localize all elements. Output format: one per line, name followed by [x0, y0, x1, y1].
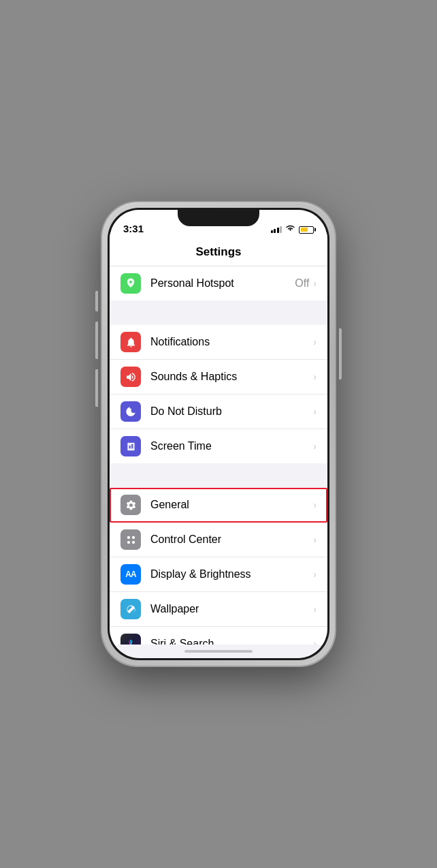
chevron-icon: › [313, 604, 317, 615]
row-screen-time[interactable]: Screen Time › [110, 429, 327, 463]
row-siri-search[interactable]: Siri & Search › [110, 627, 327, 645]
svg-point-6 [131, 540, 134, 543]
status-icons [271, 225, 314, 236]
row-personal-hotspot[interactable]: Personal Hotspot Off › [110, 266, 327, 300]
chevron-icon: › [313, 534, 317, 545]
power-button[interactable] [339, 328, 342, 379]
svg-point-4 [131, 536, 134, 538]
row-display-brightness[interactable]: AA Display & Brightness › [110, 557, 327, 592]
control-center-icon [120, 529, 141, 550]
control-center-label: Control Center [150, 533, 313, 546]
group-general: General › [110, 488, 327, 645]
row-general[interactable]: General › [110, 488, 327, 523]
row-wallpaper[interactable]: Wallpaper › [110, 592, 327, 627]
row-sounds-haptics[interactable]: Sounds & Haptics › [110, 360, 327, 394]
chevron-icon: › [313, 406, 317, 417]
personal-hotspot-value: Off [295, 277, 309, 290]
general-label: General [150, 499, 313, 511]
chevron-icon: › [313, 499, 317, 510]
notifications-label: Notifications [150, 336, 313, 348]
chevron-icon: › [313, 278, 317, 289]
chevron-icon: › [313, 371, 317, 382]
phone-screen: 3:31 [110, 210, 327, 658]
screen-time-icon [120, 436, 141, 456]
wallpaper-icon [120, 599, 141, 619]
wallpaper-label: Wallpaper [150, 603, 313, 615]
battery-status-icon [299, 226, 314, 234]
display-brightness-icon: AA [120, 564, 141, 585]
wifi-icon [285, 225, 295, 234]
page-title: Settings [195, 245, 241, 258]
svg-rect-1 [127, 442, 134, 451]
settings-list: Personal Hotspot Off › [110, 266, 327, 645]
chevron-icon: › [313, 441, 317, 452]
svg-point-5 [127, 540, 129, 543]
volume-up-button[interactable] [95, 322, 98, 359]
row-do-not-disturb[interactable]: Do Not Disturb › [110, 394, 327, 429]
sounds-haptics-label: Sounds & Haptics [150, 371, 313, 383]
section-general: General › [110, 488, 327, 645]
volume-down-button[interactable] [95, 369, 98, 407]
section-notifications: Notifications › Sounds & Haptics › [110, 325, 327, 463]
do-not-disturb-icon [120, 401, 141, 422]
section-hotspot: Personal Hotspot Off › [110, 266, 327, 300]
group-notifications: Notifications › Sounds & Haptics › [110, 325, 327, 463]
sounds-icon [120, 367, 141, 387]
svg-point-0 [129, 281, 132, 283]
notch [178, 210, 259, 226]
group-hotspot: Personal Hotspot Off › [110, 266, 327, 300]
nav-bar: Settings [110, 240, 327, 266]
svg-point-3 [127, 536, 129, 538]
general-icon [120, 495, 141, 515]
signal-icon [271, 226, 282, 233]
siri-search-label: Siri & Search [150, 638, 313, 645]
screen-time-label: Screen Time [150, 440, 313, 452]
do-not-disturb-label: Do Not Disturb [150, 405, 313, 418]
home-bar [184, 650, 253, 653]
home-indicator [110, 645, 327, 658]
row-notifications[interactable]: Notifications › [110, 325, 327, 360]
phone-inner: 3:31 [108, 208, 329, 660]
personal-hotspot-icon [120, 273, 141, 294]
gap-2 [110, 463, 327, 488]
status-time: 3:31 [123, 223, 144, 236]
chevron-icon: › [313, 569, 317, 580]
personal-hotspot-label: Personal Hotspot [150, 277, 295, 290]
phone-frame: 3:31 [102, 202, 335, 666]
display-brightness-label: Display & Brightness [150, 568, 313, 580]
row-control-center[interactable]: Control Center › [110, 523, 327, 557]
chevron-icon: › [313, 337, 317, 347]
notifications-icon [120, 332, 141, 352]
siri-icon [120, 634, 141, 645]
gap-1 [110, 300, 327, 325]
chevron-icon: › [313, 638, 317, 645]
mute-button[interactable] [95, 291, 98, 311]
